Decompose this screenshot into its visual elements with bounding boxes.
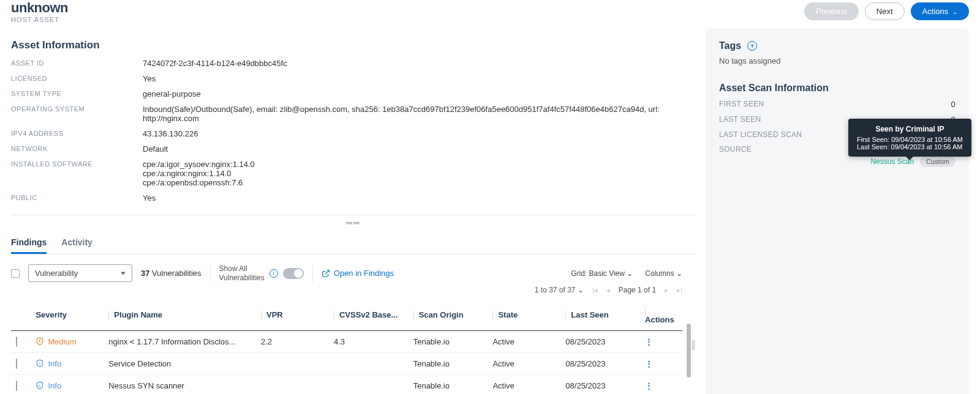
col-severity[interactable]: Severity <box>31 299 104 330</box>
next-button[interactable]: Next <box>865 2 905 20</box>
row-checkbox[interactable] <box>16 381 17 391</box>
tooltip-title: Seen by Criminal IP <box>857 125 963 133</box>
last-page-icon[interactable]: ▸| <box>677 286 682 294</box>
info-value: Inbound(Safe)/Outbound(Safe), email: zli… <box>143 105 696 123</box>
source-custom-badge[interactable]: Custom <box>920 156 956 167</box>
info-value: 43.136.130.226 <box>143 129 696 138</box>
scan-info-label: LAST LICENSED SCAN <box>719 130 802 139</box>
info-label: ASSET ID <box>11 59 143 67</box>
svg-point-1 <box>40 340 40 341</box>
first-page-icon[interactable]: |◂ <box>592 286 598 294</box>
info-value: Yes <box>143 193 696 203</box>
info-value: cpe:/a:igor_sysoev:nginx:1.14.0 cpe:/a:n… <box>143 160 696 187</box>
info-value: Yes <box>143 74 696 83</box>
table-row[interactable]: InfoNessus SYN scannerTenable.ioActive08… <box>11 374 682 394</box>
row-checkbox[interactable] <box>16 359 17 369</box>
severity-cell: Medium <box>36 337 99 346</box>
info-label: NETWORK <box>11 144 143 152</box>
table-row[interactable]: Mediumnginx < 1.17.7 Information Disclos… <box>11 330 682 352</box>
info-label: OPERATING SYSTEM <box>11 105 143 113</box>
col-cvss[interactable]: CVSSv2 Base... <box>339 310 398 319</box>
grid-view-dropdown[interactable]: Grid: Basic View ⌄ <box>571 269 633 278</box>
plugin-cell: nginx < 1.17.7 Information Disclos... <box>104 330 256 352</box>
info-value: general-purpose <box>143 89 696 98</box>
vpr-cell: 2.2 <box>256 330 329 352</box>
lastseen-cell: 08/25/2023 <box>560 352 640 374</box>
info-label: PUBLIC <box>11 193 143 201</box>
seen-by-tooltip: Seen by Criminal IP First Seen: 09/04/20… <box>848 119 971 157</box>
row-actions-icon[interactable]: ⋮ <box>645 381 653 390</box>
divider <box>11 215 696 215</box>
origin-cell: Tenable.io <box>409 374 488 394</box>
col-last[interactable]: Last Seen <box>571 310 608 319</box>
row-checkbox[interactable] <box>16 336 17 347</box>
state-cell: Active <box>488 352 560 374</box>
state-cell: Active <box>488 374 560 394</box>
info-value: 7424072f-2c3f-4114-b124-e49dbbbc45fc <box>143 59 696 68</box>
tab-findings[interactable]: Findings <box>11 232 47 254</box>
severity-cell: Info <box>36 381 99 390</box>
info-row: NETWORKDefault <box>11 144 696 154</box>
info-row: SYSTEM TYPEgeneral-purpose <box>11 89 696 98</box>
vuln-count: 37 Vulnerabilities <box>141 269 202 278</box>
resize-handle-icon[interactable]: ══ <box>11 218 696 228</box>
vpr-cell <box>256 352 329 374</box>
header-title-block: unknown HOST ASSET <box>11 0 68 23</box>
show-all-label: Show All Vulnerabilities <box>219 264 265 282</box>
info-label: INSTALLED SOFTWARE <box>11 160 143 168</box>
host-title: unknown <box>11 0 68 16</box>
col-plugin[interactable]: Plugin Name <box>114 310 162 319</box>
table-row[interactable]: InfoService DetectionTenable.ioActive08/… <box>11 352 682 374</box>
col-vpr[interactable]: VPR <box>266 310 283 319</box>
previous-button[interactable]: Previous <box>804 2 859 20</box>
info-row: PUBLICYes <box>11 193 696 203</box>
info-row: LICENSEDYes <box>11 74 696 83</box>
col-origin[interactable]: Scan Origin <box>419 310 464 319</box>
prev-page-icon[interactable]: ◂ <box>606 286 610 294</box>
tags-title: Tags <box>719 40 741 51</box>
scan-info-title: Asset Scan Information <box>719 83 956 94</box>
next-page-icon[interactable]: ▸ <box>665 286 668 294</box>
info-label: SYSTEM TYPE <box>11 89 143 97</box>
scan-info-label: SOURCE <box>719 145 752 154</box>
host-subtitle: HOST ASSET <box>11 16 68 23</box>
chevron-down-icon: ⌄ <box>951 9 957 15</box>
tab-activity[interactable]: Activity <box>61 232 92 254</box>
row-actions-icon[interactable]: ⋮ <box>645 359 653 368</box>
select-all-checkbox[interactable] <box>11 269 20 278</box>
add-tag-button[interactable]: + <box>747 41 757 51</box>
range-dropdown[interactable]: 1 to 37 of 37 ⌄ <box>535 286 584 294</box>
cvss-cell: 4.3 <box>329 330 409 352</box>
info-row: OPERATING SYSTEMInbound(Safe)/Outbound(S… <box>11 105 696 123</box>
svg-line-0 <box>325 270 329 273</box>
columns-dropdown[interactable]: Columns ⌄ <box>645 269 682 278</box>
open-in-findings-link[interactable]: Open in Findings <box>322 269 394 278</box>
severity-cell: Info <box>36 359 99 368</box>
column-resize-handle-icon[interactable]: ‖ <box>691 264 696 394</box>
lastseen-cell: 08/25/2023 <box>560 374 640 394</box>
scan-info-row: FIRST SEEN0 <box>719 100 956 109</box>
findings-table: Severity Plugin Name VPR CVSSv2 Base... … <box>11 299 682 394</box>
info-row: INSTALLED SOFTWAREcpe:/a:igor_sysoev:ngi… <box>11 160 696 187</box>
cvss-cell <box>329 374 409 394</box>
info-value: Default <box>143 144 696 154</box>
info-label: LICENSED <box>11 74 143 82</box>
info-row: IPV4 ADDRESS43.136.130.226 <box>11 129 696 138</box>
plugin-cell: Nessus SYN scanner <box>104 374 256 394</box>
asset-info-title: Asset Information <box>11 39 696 51</box>
row-actions-icon[interactable]: ⋮ <box>645 337 653 346</box>
actions-button[interactable]: Actions ⌄ <box>911 2 969 20</box>
info-icon[interactable]: i <box>270 269 278 278</box>
external-link-icon <box>322 269 330 278</box>
show-all-toggle[interactable] <box>283 268 304 279</box>
origin-cell: Tenable.io <box>409 352 488 374</box>
lastseen-cell: 08/25/2023 <box>560 330 640 352</box>
plugin-cell: Service Detection <box>104 352 256 374</box>
info-label: IPV4 ADDRESS <box>11 129 143 137</box>
col-state[interactable]: State <box>498 310 518 319</box>
col-actions[interactable]: Actions <box>645 315 674 324</box>
separator <box>312 265 313 282</box>
vpr-cell <box>256 374 329 394</box>
filter-dropdown[interactable]: Vulnerability <box>28 264 132 282</box>
scrollbar-thumb[interactable] <box>687 324 691 377</box>
